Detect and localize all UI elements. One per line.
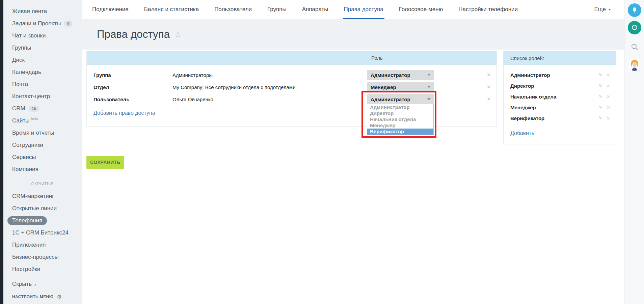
sidebar-item-label: CRM bbox=[12, 105, 25, 112]
role-cell: Администратор bbox=[367, 94, 434, 104]
role-select[interactable]: Администратор bbox=[367, 94, 434, 104]
collapse-label: Скрыть bbox=[12, 281, 32, 287]
add-access-right-link[interactable]: Добавить право доступа bbox=[93, 110, 155, 116]
sidebar-item-live-feed[interactable]: Живая лента bbox=[3, 5, 82, 18]
dropdown-option[interactable]: Директор bbox=[367, 110, 433, 116]
role-actions: ✎× bbox=[599, 115, 610, 121]
delete-role-icon[interactable]: × bbox=[606, 105, 610, 110]
sidebar-item-label: Открытые линии bbox=[12, 205, 57, 212]
role-actions: ✎× bbox=[599, 83, 610, 88]
sidebar-item-services[interactable]: Сервисы bbox=[3, 151, 82, 163]
dropdown-option[interactable]: Менеджер bbox=[367, 122, 433, 129]
sidebar-item-calendar[interactable]: Календарь bbox=[3, 66, 82, 78]
sidebar-item-one-c-crm-bitrix24[interactable]: 1С + CRM Битрикс24 bbox=[3, 227, 82, 239]
sidebar-item-drive[interactable]: Диск bbox=[3, 54, 82, 66]
sidebar-item-mail[interactable]: Почта bbox=[3, 78, 82, 90]
tab-access-rights[interactable]: Права доступа bbox=[336, 0, 391, 19]
sidebar-item-label: Приложения bbox=[12, 242, 46, 248]
hidden-section-divider: СКРЫТЫЕ bbox=[3, 179, 82, 189]
role-list-item: Директор✎× bbox=[510, 80, 610, 91]
sidebar-item-label: Диск bbox=[12, 57, 25, 63]
delete-row-icon[interactable]: × bbox=[487, 81, 490, 93]
delete-role-icon[interactable]: × bbox=[606, 72, 610, 78]
configure-menu-button[interactable]: НАСТРОИТЬ МЕНЮ ⚙ bbox=[12, 294, 62, 300]
role-select[interactable]: Администратор bbox=[367, 70, 434, 80]
save-button[interactable]: СОХРАНИТЬ bbox=[86, 156, 124, 169]
page-header: Права доступа ☆ bbox=[82, 19, 624, 50]
delete-row-icon[interactable]: × bbox=[487, 93, 490, 105]
sidebar-item-label: Сервисы bbox=[12, 154, 36, 161]
dropdown-option[interactable]: Верификатор bbox=[367, 129, 433, 135]
tab-groups[interactable]: Группы bbox=[260, 0, 294, 19]
tab-connection[interactable]: Подключение bbox=[84, 0, 136, 19]
sidebar-item-contact-center[interactable]: Контакт-центр bbox=[3, 90, 82, 103]
hidden-section-label: СКРЫТЫЕ bbox=[31, 182, 54, 186]
roles-panel-title: Список ролей: bbox=[510, 55, 544, 61]
table-header: Роль bbox=[87, 51, 497, 65]
dropdown-option[interactable]: Администратор bbox=[367, 104, 433, 110]
sidebar-item-apps[interactable]: Приложения bbox=[3, 239, 82, 251]
tab-users[interactable]: Пользователи bbox=[207, 0, 260, 19]
search-icon bbox=[630, 43, 639, 51]
sidebar-item-telephony[interactable]: Телефония bbox=[3, 215, 82, 227]
delete-role-icon[interactable]: × bbox=[606, 83, 610, 88]
role-name: Директор bbox=[510, 83, 599, 89]
chat-icon bbox=[631, 24, 638, 31]
tab-voice-menu[interactable]: Голосовое меню bbox=[391, 0, 451, 19]
notifications-button[interactable] bbox=[628, 3, 641, 17]
sidebar-item-business-processes[interactable]: Бизнес-процессы bbox=[3, 251, 82, 263]
role-actions: ✎× bbox=[599, 94, 610, 99]
more-tabs-button[interactable]: Еще bbox=[594, 0, 611, 19]
delete-role-icon[interactable]: × bbox=[606, 94, 610, 99]
sidebar-item-label: 1С + CRM Битрикс24 bbox=[12, 229, 69, 236]
sidebar-item-company[interactable]: Компания bbox=[3, 163, 82, 175]
tab-telephony-settings[interactable]: Настройки телефонии bbox=[451, 0, 526, 19]
divider-line bbox=[9, 184, 27, 184]
edit-role-icon[interactable]: ✎ bbox=[599, 83, 603, 88]
role-name: Начальник отдела bbox=[510, 94, 599, 100]
row-object-name: My Company: Все сотрудники отдела с подо… bbox=[172, 84, 296, 90]
sidebar-item-sites[interactable]: Сайтыbeta bbox=[3, 115, 82, 127]
sidebar-item-label: Контакт-центр bbox=[12, 93, 50, 100]
roles-panel-body: Администратор✎×Директор✎×Начальник отдел… bbox=[504, 65, 616, 136]
bell-icon bbox=[631, 7, 638, 13]
sidebar-collapse-button[interactable]: Скрыть ▴ bbox=[3, 278, 82, 290]
edit-role-icon[interactable]: ✎ bbox=[599, 115, 603, 121]
tabs-container: ПодключениеБаланс и статистикаПользовате… bbox=[84, 0, 526, 19]
right-toolbar bbox=[624, 0, 644, 304]
user-avatar[interactable] bbox=[628, 58, 641, 71]
sidebar-item-label: Почта bbox=[12, 81, 28, 88]
sidebar-item-tasks-projects[interactable]: Задачи и Проекты6 bbox=[3, 18, 82, 30]
configure-menu-label: НАСТРОИТЬ МЕНЮ bbox=[12, 295, 53, 299]
chat-button[interactable] bbox=[628, 21, 641, 34]
sidebar-item-label: Календарь bbox=[12, 69, 41, 76]
sidebar-item-open-lines[interactable]: Открытые линии bbox=[3, 202, 82, 215]
sidebar-item-label: Настройки bbox=[12, 266, 40, 273]
chevron-down-icon bbox=[427, 74, 431, 76]
add-role-link[interactable]: Добавить bbox=[510, 130, 534, 136]
role-select-value: Администратор bbox=[371, 96, 427, 102]
tab-balance-statistics[interactable]: Баланс и статистика bbox=[136, 0, 207, 19]
search-button[interactable] bbox=[629, 42, 640, 52]
delete-row-icon[interactable]: × bbox=[487, 69, 490, 81]
chevron-down-icon bbox=[427, 98, 431, 100]
sidebar-item-label: Чат и звонки bbox=[12, 32, 46, 39]
dropdown-option[interactable]: Начальник отдела bbox=[367, 116, 433, 122]
sidebar-item-time-reports[interactable]: Время и отчеты bbox=[3, 127, 82, 139]
tab-devices[interactable]: Аппараты bbox=[294, 0, 336, 19]
sidebar-item-chat-calls[interactable]: Чат и звонки bbox=[3, 30, 82, 42]
sidebar-item-settings[interactable]: Настройки bbox=[3, 263, 82, 275]
role-name: Администратор bbox=[510, 72, 599, 78]
edit-role-icon[interactable]: ✎ bbox=[599, 72, 603, 78]
sidebar-item-label: Задачи и Проекты bbox=[12, 20, 61, 27]
favorite-star-icon[interactable]: ☆ bbox=[174, 30, 182, 39]
edit-role-icon[interactable]: ✎ bbox=[599, 94, 603, 99]
delete-role-icon[interactable]: × bbox=[606, 115, 610, 121]
sidebar-item-groups[interactable]: Группы bbox=[3, 42, 82, 54]
sidebar-item-crm-marketing[interactable]: CRM-маркетинг bbox=[3, 190, 82, 202]
role-name: Менеджер bbox=[510, 105, 599, 110]
role-select[interactable]: Менеджер bbox=[367, 82, 434, 92]
sidebar-item-crm[interactable]: CRM15 bbox=[3, 103, 82, 115]
sidebar-item-employees[interactable]: Сотрудники bbox=[3, 139, 82, 151]
edit-role-icon[interactable]: ✎ bbox=[599, 105, 603, 110]
